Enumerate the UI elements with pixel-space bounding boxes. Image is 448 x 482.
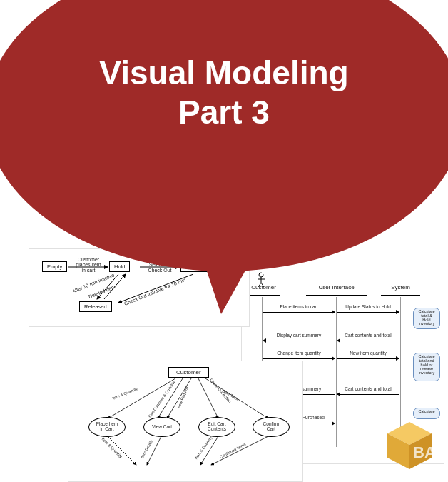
dfd-external-customer: Customer: [168, 367, 209, 378]
seq-msg-7: Cart contents and total: [337, 386, 399, 395]
seq-activity-1: Calculatetotal andhold orreleaseinventor…: [413, 353, 440, 381]
dfd-flow-1: Cart Contents & Quantity: [148, 380, 176, 418]
dfd-flow-3: Check Out Action: [209, 378, 232, 403]
transition-checkout-inactive: Check Out Inactive for 10 min: [123, 277, 186, 306]
dfd-process-3: ConfirmCart: [253, 417, 290, 437]
page-title: Visual Modeling Part 3: [0, 54, 448, 132]
dfd-process-0: Place Itemin Cart: [88, 417, 126, 437]
seq-activity-0: Calculatetotal &Holdinventory: [413, 308, 440, 329]
dfd-process-1: View Cart: [143, 417, 180, 437]
dfd-flow-6: Item Details: [140, 439, 154, 459]
speech-bubble-shape: [0, 0, 448, 271]
title-line-1: Visual Modeling: [99, 54, 348, 91]
transition-empty-hold: Customerplaces itemin cart: [71, 257, 106, 273]
seq-msg-1: Update Status to Hold: [337, 304, 399, 313]
state-empty: Empty: [42, 261, 67, 272]
dfd-process-2: Edit CartContents: [198, 417, 235, 437]
lifeline-ui: [336, 297, 337, 447]
seq-msg-4: Change item quantity: [263, 351, 335, 359]
seq-msg-3: Cart contents and total: [337, 333, 399, 341]
seq-msg-0: Place items in cart: [263, 304, 335, 313]
state-released: Released: [79, 301, 112, 312]
dfd-flow-5: Item & Quantity: [101, 436, 123, 458]
dfd-flow-8: Confirmed Items: [219, 442, 246, 459]
lane-system: System: [381, 276, 420, 296]
seq-msg-2: Display cart summary: [263, 333, 335, 341]
cube-logo-icon: BA: [382, 418, 437, 473]
dfd-flow-7: Item & Quantity: [194, 436, 213, 460]
dfd-flow-0: Item & Quantity: [111, 386, 138, 401]
title-line-2: Part 3: [178, 94, 270, 131]
seq-msg-5: New item quantity: [337, 351, 399, 359]
svg-line-18: [211, 436, 268, 465]
data-flow-diagram: Customer Place Itemin Cart View Cart Edi…: [68, 361, 303, 482]
cube-letters: BA: [413, 443, 436, 461]
lane-ui: User Interface: [306, 276, 367, 296]
dfd-flow-2: View Request: [176, 386, 189, 410]
state-hold: Hold: [109, 261, 130, 272]
